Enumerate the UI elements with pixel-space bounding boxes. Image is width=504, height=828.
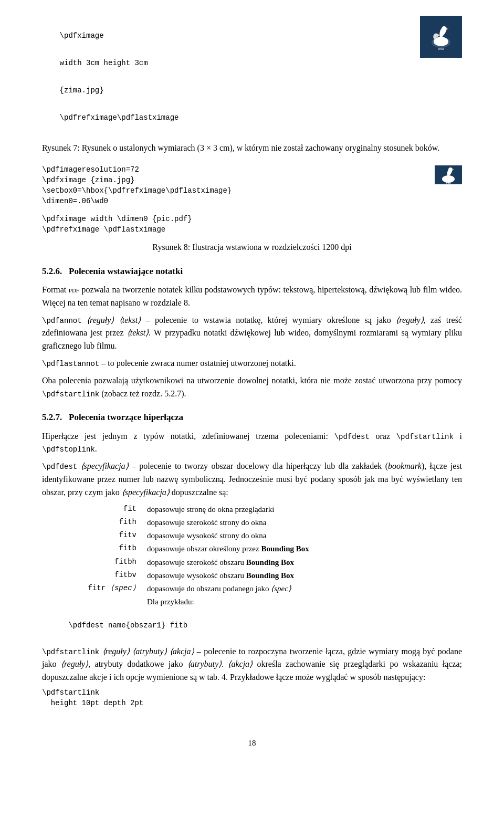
- section-526-para2: \pdfannot ⟨reguły⟩ ⟨tekst⟩ – polecenie t…: [42, 314, 462, 353]
- section-526: 5.2.6. Polecenia wstawiające notatki For…: [42, 265, 462, 401]
- top-code-line-2: width 3cm height 3cm: [42, 50, 462, 76]
- top-code-line-4: \pdfrefximage\pdflastximage: [42, 105, 462, 130]
- def-row-dla: Dla przykładu:: [84, 596, 462, 608]
- def-row-fitr: fitr ⟨spec⟩ dopasowuje do obszaru podane…: [84, 583, 462, 595]
- small-logo: ima: [435, 165, 462, 184]
- section-527-para1: Hiperłącze jest jednym z typów notatki, …: [42, 430, 462, 456]
- svg-text:ima: ima: [446, 181, 451, 184]
- section-527-para2: \pdfdest ⟨specyfikacja⟩ – polecenie to t…: [42, 460, 462, 499]
- final-code-block: \pdfstartlink height 10pt depth 2pt: [42, 688, 462, 707]
- rysunek8-label: Rysunek 8: Ilustracja wstawiona w rozdzi…: [42, 241, 462, 254]
- rysunek7-label: Rysunek 7: Rysunek o ustalonych wymiarac…: [42, 142, 462, 155]
- definition-list: fit dopasowuje stronę do okna przeglądar…: [84, 504, 462, 609]
- section-526-para4: Oba polecenia pozwalają użytkownikowi na…: [42, 374, 462, 401]
- section-527: 5.2.7. Polecenia tworzące hiperłącza Hip…: [42, 411, 462, 707]
- def-row-fitv: fitv dopasowuje wysokość strony do okna: [84, 530, 462, 542]
- def-row-fitb: fitb dopasowuje obszar określony przez B…: [84, 543, 462, 555]
- section-527-para3: \pdfstartlink ⟨reguły⟩ ⟨atrybuty⟩ ⟨akcja…: [42, 645, 462, 684]
- section-526-heading: 5.2.6. Polecenia wstawiające notatki: [42, 265, 462, 278]
- def-row-fitbv: fitbv dopasowuje wysokość obszaru Boundi…: [84, 570, 462, 582]
- top-code-line-3: {zima.jpg}: [42, 78, 462, 103]
- def-row-fitbh: fitbh dopasowuje szerokość obszaru Bound…: [84, 557, 462, 569]
- section-526-para3: \pdflastannot – to polecenie zwraca nume…: [42, 357, 462, 370]
- swan-icon: ima: [427, 23, 455, 51]
- page: ima \pdfximage width 3cm height 3cm {zim…: [0, 0, 504, 828]
- def-row-fith: fith dopasowuje szerokość strony do okna: [84, 517, 462, 529]
- mid-section: ima \pdfimageresolution=72 \pdfximage {z…: [42, 165, 462, 236]
- logo-image: ima: [420, 16, 462, 58]
- page-number: 18: [42, 739, 462, 748]
- svg-text:ima: ima: [438, 47, 444, 51]
- svg-point-6: [448, 167, 453, 172]
- def-row-fit: fit dopasowuje stronę do okna przeglądar…: [84, 504, 462, 516]
- section-527-heading: 5.2.7. Polecenia tworzące hiperłącza: [42, 411, 462, 424]
- example-code-pdfdest: \pdfdest name{obszar1} fitb: [42, 613, 462, 638]
- mid-code-block: \pdfimageresolution=72 \pdfximage {zima.…: [42, 165, 462, 234]
- section-526-para1: Format pdf pozwala na tworzenie notatek …: [42, 284, 462, 310]
- small-swan-icon: ima: [435, 165, 462, 184]
- top-code-block: \pdfximage: [42, 23, 462, 48]
- top-logo: ima: [420, 16, 462, 58]
